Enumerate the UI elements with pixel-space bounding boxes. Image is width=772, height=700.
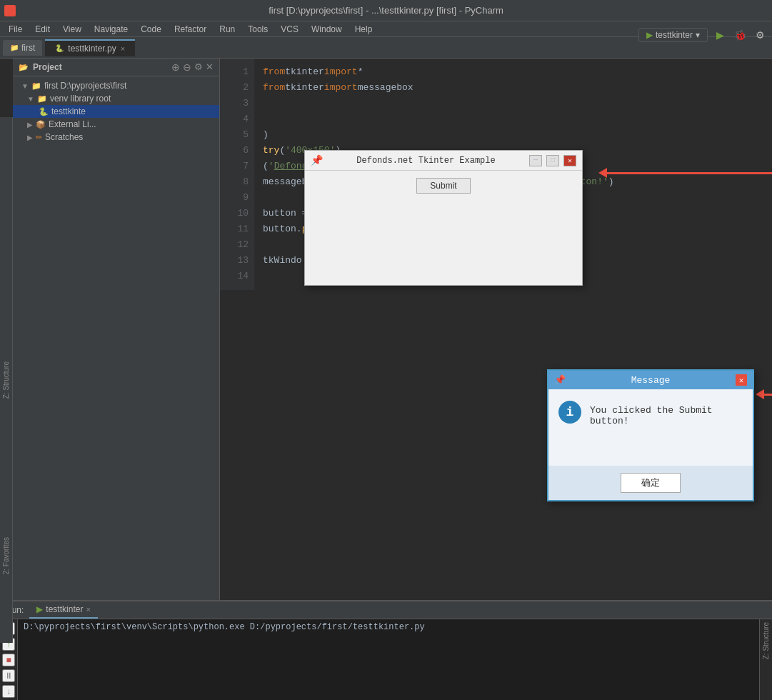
tkinter-titlebar: 📌 Defonds.net Tkinter Example ─ □ ✕ [305,151,582,171]
expand-icon[interactable]: ⊖ [183,61,191,73]
tree-item-venv[interactable]: ▼ 📁 venv library root [13,92,219,105]
project-header-icons: ⊕ ⊖ ⚙ ✕ [171,61,214,73]
menu-help[interactable]: Help [349,23,379,36]
submit-button[interactable]: Submit [416,178,470,194]
tkinter-title: Defonds.net Tkinter Example [327,156,525,166]
run-button[interactable]: ▶ [712,27,728,43]
collapse-icon[interactable]: ⊕ [171,61,180,73]
tree-arrow-first: ▼ [21,82,29,90]
folder-icon-first: 📁 [31,81,41,91]
menu-tools[interactable]: Tools [242,23,274,36]
tree-item-external[interactable]: ▶ 📦 External Li... [13,118,219,131]
run-output-text: D:\pyprojects\first\venv\Scripts\python.… [24,622,425,632]
arrow-head-2 [756,389,764,399]
menu-refactor[interactable]: Refactor [169,23,212,36]
main-layout: Z: Structure 📂 Project ⊕ ⊖ ⚙ ✕ ▼ 📁 first… [0,59,772,600]
tree-arrow-external: ▶ [27,121,33,129]
title-bar: first [D:\pyprojects\first] - ...\testtk… [0,0,772,21]
menu-run[interactable]: Run [214,23,241,36]
project-header: 📂 Project ⊕ ⊖ ⚙ ✕ [13,59,219,76]
favorites-label[interactable]: 2: Favorites [2,537,10,574]
tkinter-minimize-btn[interactable]: ─ [529,155,542,166]
tree-label-scratches: Scratches [45,132,83,142]
tab-bar: 📁 first 🐍 testtkinter.py × ▶ testtkinter… [0,37,772,59]
file-tab[interactable]: 🐍 testtkinter.py × [45,39,135,56]
code-line-2: from tkinter import messagebox [263,80,763,96]
menu-window[interactable]: Window [306,23,348,36]
run-tab-icon: ▶ [36,604,43,614]
message-titlebar: 📌 Message ✕ [548,371,753,389]
menu-vcs[interactable]: VCS [275,23,304,36]
info-icon: i [558,401,581,424]
tkinter-body: Submit [305,171,582,201]
tkinter-close-btn[interactable]: ✕ [563,155,576,166]
run-config-dropdown[interactable]: ▶ testtkinter ▾ [638,28,708,42]
run-tab-close[interactable]: × [86,605,90,614]
run-stop-btn[interactable]: ■ [2,654,15,666]
settings-button[interactable]: ⚙ [752,27,768,43]
line-numbers: 1 2 3 4 5 6 7 8 9 10 11 12 13 14 [220,59,254,290]
tkinter-pin-icon: 📌 [311,154,323,166]
tree-arrow-venv: ▼ [27,95,34,103]
window-title: first [D:\pyprojects\first] - ...\testtk… [269,5,503,16]
message-dialog: 📌 Message ✕ i You clicked the Submit but… [547,369,754,501]
message-text: You clicked the Submit button! [590,401,743,426]
menu-navigate[interactable]: Navigate [89,23,134,36]
project-panel-icon: 📂 [19,63,29,72]
tree-arrow-scratches: ▶ [27,134,33,141]
message-title: Message [566,375,736,386]
run-pause-btn[interactable]: ⏸ [2,669,15,682]
tkinter-window: 📌 Defonds.net Tkinter Example ─ □ ✕ Subm… [304,150,583,286]
file-tab-py-icon: 🐍 [55,44,64,52]
run-tab-testtkinter[interactable]: ▶ testtkinter × [29,601,97,619]
tree-label-external: External Li... [49,119,96,129]
menu-code[interactable]: Code [135,23,167,36]
code-line-1: from tkinter import * [263,64,763,80]
favorites-sidebar: 2: Favorites [0,527,13,584]
panel-close-icon[interactable]: ✕ [206,61,214,73]
run-structure-label[interactable]: Z: Structure [762,622,770,659]
tkinter-maximize-btn[interactable]: □ [546,155,559,166]
code-editor[interactable]: 1 2 3 4 5 6 7 8 9 10 11 12 13 14 from tk… [220,59,772,600]
debug-button[interactable]: 🐞 [732,27,748,43]
msg-pin-icon: 📌 [554,374,566,386]
file-tab-close[interactable]: × [121,44,125,53]
message-close-btn[interactable]: ✕ [736,374,747,386]
project-tab-label: first [21,43,35,53]
ext-icon: 📦 [36,120,46,129]
tree-label-venv: venv library root [50,94,111,104]
app-icon [4,5,16,16]
run-header: Run: ▶ testtkinter × [0,601,772,619]
folder-icon-venv: 📁 [37,94,47,104]
run-panel: Run: ▶ testtkinter × ↺ ↑ ■ ⏸ ↓ 🖨 🗑 D:\py… [0,600,772,700]
project-panel-title: Project [33,62,167,72]
tree-item-first[interactable]: ▼ 📁 first D:\pyprojects\first [13,79,219,92]
code-line-4 [263,111,763,127]
ok-button[interactable]: 确定 [621,473,681,493]
message-body: i You clicked the Submit button! [548,389,753,434]
code-line-5: ) [263,127,763,143]
project-panel: 📂 Project ⊕ ⊖ ⚙ ✕ ▼ 📁 first D:\pyproject… [13,59,220,600]
gear-icon[interactable]: ⚙ [194,61,203,73]
tree-item-scratches[interactable]: ▶ ✏ Scratches [13,131,219,144]
tree-label-testtkinter: testtkinte [51,106,86,116]
py-icon-testtkinter: 🐍 [39,107,49,116]
run-config-icon: ▶ [646,30,653,40]
file-tab-label: testtkinter.py [68,44,116,54]
run-output: D:\pyprojects\first\venv\Scripts\python.… [18,619,759,700]
run-config-chevron: ▾ [696,30,700,40]
menu-edit[interactable]: Edit [29,23,56,36]
scratch-icon: ✏ [36,133,42,142]
top-right-controls: ▶ testtkinter ▾ ▶ 🐞 ⚙ [638,27,768,43]
structure-label[interactable]: Z: Structure [2,361,10,399]
project-tab[interactable]: 📁 first [3,40,42,56]
project-tree: ▼ 📁 first D:\pyprojects\first ▼ 📁 venv l… [13,76,219,600]
tree-item-testtkinter[interactable]: 🐍 testtkinte [13,105,219,118]
run-content: ↺ ↑ ■ ⏸ ↓ 🖨 🗑 D:\pyprojects\first\venv\S… [0,619,772,700]
arrow-annotation-2: 2 [756,387,772,401]
run-right-sidebar: Z: Structure [759,619,772,700]
run-config-label: testtkinter [656,30,693,40]
menu-file[interactable]: File [3,23,28,36]
run-scroll-down-btn[interactable]: ↓ [2,685,15,698]
menu-view[interactable]: View [57,23,87,36]
